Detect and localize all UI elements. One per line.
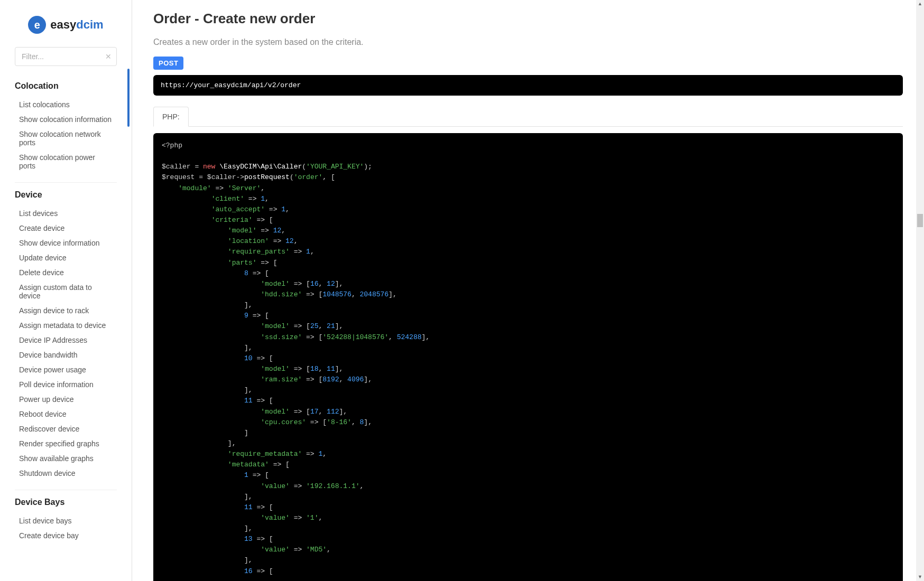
nav-item[interactable]: Shutdown device (15, 466, 117, 481)
logo-text: easydcim (50, 18, 103, 32)
page-description: Creates a new order in the system based … (153, 38, 903, 47)
nav-section-title: Device Bays (15, 490, 117, 513)
nav-item[interactable]: Device bandwidth (15, 348, 117, 362)
nav-item[interactable]: Power up device (15, 392, 117, 407)
nav-item[interactable]: Update device (15, 250, 117, 265)
nav-item[interactable]: Show colocation network ports (15, 127, 117, 150)
page-scrollbar[interactable]: ▲ ▼ (916, 0, 924, 581)
nav-item[interactable]: Create device bay (15, 528, 117, 543)
http-method-badge: POST (153, 57, 183, 70)
scroll-down-arrow[interactable]: ▼ (916, 573, 924, 581)
nav-item[interactable]: Create device (15, 221, 117, 236)
scroll-up-arrow[interactable]: ▲ (916, 0, 924, 8)
nav-item[interactable]: Device IP Addresses (15, 333, 117, 348)
logo-icon: e (28, 16, 46, 34)
endpoint-url: https://your_easydcim/api/v2/order (153, 75, 903, 96)
tab-php[interactable]: PHP: (153, 107, 189, 127)
close-icon[interactable]: ✕ (105, 52, 112, 61)
logo[interactable]: e easydcim (0, 11, 132, 47)
nav-item[interactable]: Show device information (15, 236, 117, 250)
nav-item[interactable]: Show colocation information (15, 112, 117, 127)
nav-item[interactable]: Rediscover device (15, 421, 117, 436)
nav-item[interactable]: Device power usage (15, 362, 117, 377)
nav-section-title: Device (15, 183, 117, 206)
main-content: Order - Create new order Creates a new o… (132, 0, 924, 581)
scrollbar-thumb[interactable] (917, 214, 923, 227)
nav-item[interactable]: Assign custom data to device (15, 280, 117, 303)
nav-item[interactable]: Show colocation power ports (15, 150, 117, 173)
code-sample: <?php $caller = new \EasyDCIM\Api\Caller… (153, 133, 903, 581)
page-title: Order - Create new order (153, 11, 903, 27)
nav-item[interactable]: Delete device (15, 265, 117, 280)
code-tabs: PHP: (153, 106, 903, 127)
nav-item[interactable]: Show available graphs (15, 451, 117, 466)
sidebar: e easydcim ✕ ColocationList colocationsS… (0, 0, 132, 581)
nav-item[interactable]: List devices (15, 206, 117, 221)
nav-item[interactable]: List device bays (15, 513, 117, 528)
nav-section-title: Colocation (15, 74, 117, 97)
nav-item[interactable]: Poll device information (15, 377, 117, 392)
nav-item[interactable]: Render specified graphs (15, 436, 117, 451)
nav-item[interactable]: List colocations (15, 97, 117, 112)
nav-item[interactable]: Assign device to rack (15, 303, 117, 318)
nav-item[interactable]: Assign metadata to device (15, 318, 117, 333)
nav-item[interactable]: Reboot device (15, 407, 117, 421)
sidebar-scrollbar[interactable] (127, 69, 130, 127)
filter-input[interactable] (15, 47, 117, 66)
